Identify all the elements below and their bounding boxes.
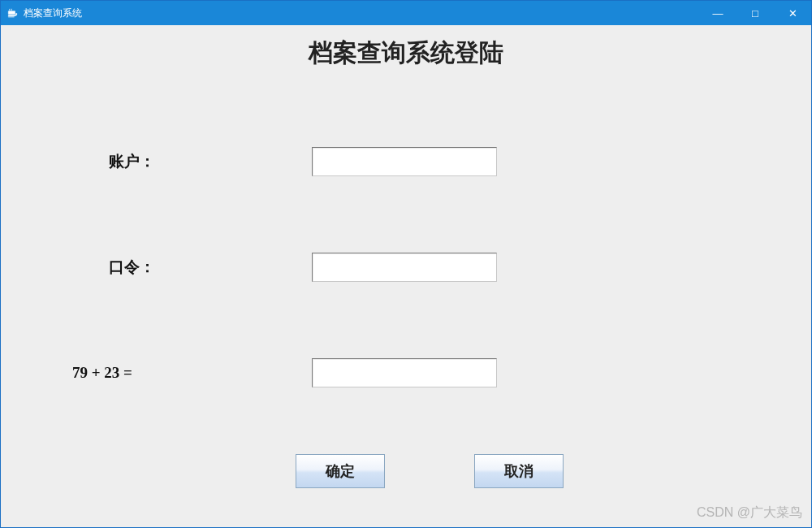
page-title: 档案查询系统登陆 bbox=[7, 32, 805, 70]
ok-button[interactable]: 确定 bbox=[296, 454, 385, 488]
svg-point-0 bbox=[8, 16, 15, 18]
password-input[interactable] bbox=[312, 253, 497, 282]
maximize-button[interactable]: □ bbox=[736, 1, 774, 25]
account-label: 账户： bbox=[109, 151, 155, 172]
window-title: 档案查询系统 bbox=[24, 6, 82, 20]
captcha-input[interactable] bbox=[312, 358, 497, 387]
window-controls: — □ ✕ bbox=[699, 1, 811, 25]
login-panel: 档案查询系统登陆 账户： 口令： 79 + 23 = 确定 取消 bbox=[7, 32, 805, 521]
cancel-button[interactable]: 取消 bbox=[474, 454, 564, 488]
minimize-button[interactable]: — bbox=[699, 1, 736, 25]
content-area: 档案查询系统登陆 账户： 口令： 79 + 23 = 确定 取消 bbox=[1, 25, 811, 527]
close-button[interactable]: ✕ bbox=[774, 1, 811, 25]
java-cup-icon bbox=[6, 6, 19, 19]
account-input[interactable] bbox=[312, 147, 497, 176]
captcha-label: 79 + 23 = bbox=[72, 364, 132, 382]
app-window: 档案查询系统 — □ ✕ 档案查询系统登陆 账户： 口令： 79 + 23 = bbox=[0, 0, 812, 528]
password-label: 口令： bbox=[109, 257, 155, 278]
titlebar[interactable]: 档案查询系统 — □ ✕ bbox=[1, 1, 811, 25]
